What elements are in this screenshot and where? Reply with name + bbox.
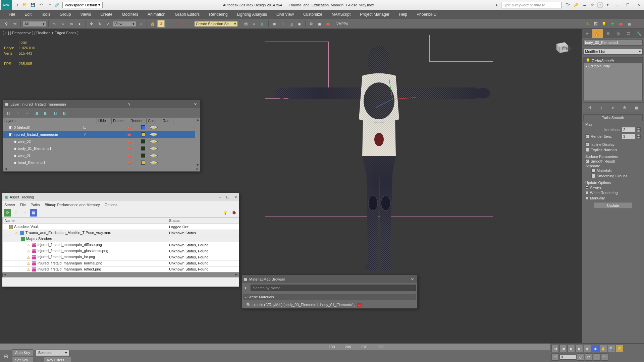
undo-icon[interactable]: ↶ xyxy=(38,2,44,8)
close-icon[interactable]: ✕ xyxy=(410,277,415,282)
layer-row[interactable]: ◆body_01_Elements1 — — 🫖 ◢ xyxy=(3,145,195,152)
utilities-tab[interactable]: 🔧 xyxy=(634,29,644,38)
material-icon[interactable]: ◉ xyxy=(296,20,303,27)
render-icon[interactable]: 🫖 xyxy=(127,154,132,158)
layers-icon[interactable]: ◧ xyxy=(259,20,266,27)
menu-file[interactable]: File xyxy=(4,11,20,18)
move-icon[interactable]: ✥ xyxy=(88,20,95,27)
autokey-button[interactable]: Auto Key xyxy=(12,349,33,356)
key-mode-icon[interactable]: ⊣ xyxy=(551,353,559,361)
render-iters-spinner[interactable]: 3 xyxy=(622,134,635,139)
mirror-icon[interactable]: Ⓜ xyxy=(242,20,250,27)
ref-coord-dropdown[interactable]: View▾ xyxy=(113,21,136,27)
layer-row[interactable]: ◆head_Elements1 — — 🫖 ◢ xyxy=(3,159,195,166)
col-status[interactable]: Status xyxy=(167,218,239,224)
maximize-button[interactable]: ☐ xyxy=(623,1,633,9)
menu-modifiers[interactable]: Modifiers xyxy=(117,11,143,18)
goto-start-icon[interactable]: ⏮ xyxy=(551,345,559,352)
graph-icon[interactable]: ⊞ xyxy=(271,20,278,27)
asset-row[interactable]: ⚠PNGinjured_firstaid_mannequin_glossines… xyxy=(3,248,239,254)
layer-row[interactable]: ◆wire_01 — — 🫖 ◢ xyxy=(3,152,195,159)
curve-editor-icon[interactable]: ⌇ xyxy=(279,20,286,27)
delete-layer-icon[interactable]: ✕ xyxy=(14,110,20,116)
filter-dropdown[interactable]: All▾ xyxy=(23,21,46,27)
next-frame-icon[interactable]: ▶ xyxy=(576,345,583,352)
layer-row[interactable]: ◧0 (default) ☐ — — 🫖 ◢ xyxy=(3,124,195,131)
close-icon[interactable]: ✕ xyxy=(193,102,198,107)
picture-icon[interactable]: 🖼 xyxy=(592,20,599,27)
options-icon[interactable]: ▾ xyxy=(242,284,249,292)
asset-menu-item[interactable]: Paths xyxy=(31,203,40,207)
help-icon[interactable]: ? xyxy=(597,2,603,8)
percent-snap-icon[interactable]: % xyxy=(174,20,181,27)
material-group[interactable]: - Scene Materials xyxy=(243,294,416,300)
modifier-item[interactable]: 💡TurboSmooth xyxy=(584,58,642,63)
star-icon[interactable]: ☆ xyxy=(589,2,596,8)
new-layer-icon[interactable]: ◧ xyxy=(5,110,11,116)
maximize-icon[interactable]: ☐ xyxy=(223,195,232,199)
asset-panel-title[interactable]: ▦ Asset Tracking ─ ☐ ✕ xyxy=(2,193,239,201)
display-tab[interactable]: 🖵 xyxy=(623,29,634,38)
modify-tab[interactable]: 🌈 xyxy=(592,29,603,38)
layer-more-icon[interactable]: ◧ xyxy=(61,110,67,116)
asset-row[interactable]: ⚠Trauma_and_Extrication_Manikin_T-Pose_v… xyxy=(3,230,239,236)
asset-menu-item[interactable]: Options xyxy=(105,203,117,207)
maximize-vp-icon[interactable]: ⛶ xyxy=(593,353,600,361)
render-icon[interactable]: 🫖 xyxy=(127,146,132,151)
asset-menu-item[interactable]: Bitmap Performance and Memory xyxy=(45,203,100,207)
open-icon[interactable]: 📂 xyxy=(21,2,28,8)
dropdown-icon[interactable]: ▾ xyxy=(604,2,611,8)
save-icon[interactable]: 💾 xyxy=(30,2,36,8)
rotate-icon[interactable]: ↻ xyxy=(96,20,103,27)
menu-edit[interactable]: Edit xyxy=(20,11,36,18)
update-always-radio[interactable] xyxy=(585,186,589,189)
select-name-icon[interactable]: ⌕ xyxy=(59,20,66,27)
menu-customize[interactable]: Customize xyxy=(299,11,327,18)
refresh-icon[interactable]: ⟳ xyxy=(4,209,11,217)
menu-graph-editors[interactable]: Graph Editors xyxy=(170,11,204,18)
pivot-icon[interactable]: ⊕ xyxy=(137,20,145,27)
chevron-icon[interactable]: ▸ xyxy=(494,2,500,8)
col-name[interactable]: Name xyxy=(3,218,167,224)
new-icon[interactable]: 🗋 xyxy=(13,2,20,8)
smooth-result-checkbox[interactable]: ✓ xyxy=(585,159,589,163)
flag-icon[interactable]: ⚑ xyxy=(634,20,641,27)
time-config-icon[interactable]: ⏱ xyxy=(616,345,623,352)
render-icon[interactable]: 🫖 xyxy=(324,20,332,27)
select-icon[interactable]: ↖ xyxy=(51,20,58,27)
modifier-stack[interactable]: 💡TurboSmooth ▪Editable Poly xyxy=(583,57,643,101)
asset-menu-item[interactable]: File xyxy=(20,203,26,207)
isoline-checkbox[interactable]: ✓ xyxy=(585,142,589,146)
key-icon[interactable]: 🔑 xyxy=(573,2,580,8)
teapot-icon[interactable]: 🫖 xyxy=(617,20,625,27)
hierarchy-tab[interactable]: ⊟ xyxy=(603,29,613,38)
layer-hide-icon[interactable]: ◧ xyxy=(52,110,58,116)
layer-hl-icon[interactable]: ◧ xyxy=(43,110,49,116)
link-icon[interactable]: 🔗 xyxy=(54,2,60,8)
setkey-button[interactable]: Set Key xyxy=(12,357,33,362)
scrollbar-v[interactable]: ▲▼ xyxy=(195,118,200,167)
menu-maxscript[interactable]: MAXScript xyxy=(327,11,356,18)
fov-icon[interactable]: ◔ xyxy=(585,353,592,361)
rect-select-icon[interactable]: ▭ xyxy=(67,20,75,27)
close-button[interactable]: ✕ xyxy=(633,1,644,9)
render-iters-checkbox[interactable]: ✓ xyxy=(585,134,589,138)
redo-icon[interactable]: ↷ xyxy=(46,2,52,8)
prev-frame-icon[interactable]: ◀ xyxy=(559,345,567,352)
menu-phoenixfd[interactable]: PhoenixFD xyxy=(412,11,441,18)
close-icon[interactable]: ✕ xyxy=(234,195,237,199)
selection-lock-icon[interactable]: 🔒 xyxy=(149,20,156,27)
more-icon[interactable]: ⋯ xyxy=(601,353,608,361)
bulb-icon[interactable]: 💡 xyxy=(600,20,608,27)
menu-group[interactable]: Group xyxy=(55,11,75,18)
named-selection-set[interactable]: Create Selection Se▾ xyxy=(194,21,238,27)
motion-tab[interactable]: ◎ xyxy=(613,29,623,38)
time-ruler[interactable]: 190200210220 xyxy=(0,344,550,350)
render-icon[interactable]: 🫖 xyxy=(127,132,132,137)
minimize-icon[interactable]: ─ xyxy=(219,195,221,199)
asset-row[interactable]: 🔒Autodesk VaultLogged Out xyxy=(3,224,239,230)
update-manual-radio[interactable] xyxy=(585,196,589,200)
pan-icon[interactable]: ✋ xyxy=(600,345,607,352)
asset-row[interactable]: Maps / Shaders xyxy=(3,236,239,242)
asset-row[interactable]: ⚠PNGinjured_firstaid_mannequin_reflect.p… xyxy=(3,266,239,272)
